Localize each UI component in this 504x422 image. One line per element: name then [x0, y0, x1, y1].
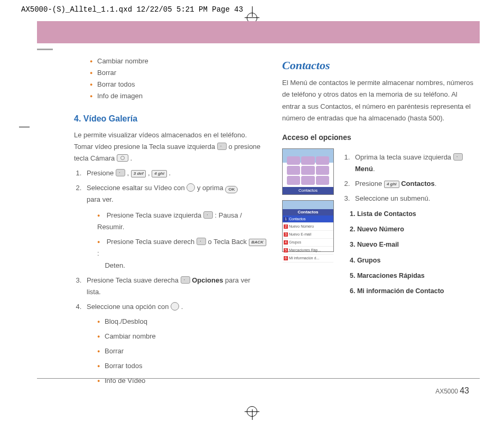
text: Le permite visualizar vídeos almacenados…: [74, 131, 247, 139]
text: Presione: [87, 169, 116, 177]
key-3-icon: 3 def: [131, 170, 146, 177]
left-column: Cambiar nombre Borrar Borrar todos Info …: [74, 55, 266, 390]
text: Menú: [355, 165, 373, 173]
submenu-item: 2. Nuevo Número: [350, 224, 474, 235]
list-item: Info de imagen: [90, 90, 266, 102]
subheading-acceso-opciones: Acceso el opciones: [282, 132, 474, 144]
steps-list: Presione , 3 def , 4 ghi . Seleccione es…: [74, 167, 266, 387]
text: ,: [127, 169, 131, 177]
steps-block: Oprima la tecla suave izquierda Menú. Pr…: [342, 148, 474, 302]
submenu-list: 1. Lista de Contactos 2. Nuevo Número 3.…: [342, 209, 474, 297]
crop-mark: [245, 411, 259, 412]
list-item: Presione Tecla suave derech o Tecla Back…: [94, 236, 266, 271]
text: .: [130, 154, 133, 162]
list-item: Borrar: [90, 67, 266, 79]
screenshot-row: 5Marcaciones Ráp...: [283, 247, 333, 255]
text: ,: [148, 169, 152, 177]
text: Presione Tecla suave derech: [107, 238, 197, 246]
left-softkey-icon: [217, 143, 227, 150]
step-2: Presione 4 ghi Contactos.: [352, 178, 474, 190]
header-bar: [37, 21, 480, 43]
nav-key-icon: [171, 302, 179, 311]
camera-key-icon: [117, 154, 128, 162]
text: tecla Cámara: [74, 154, 117, 162]
section-title-contactos: Contactos: [282, 55, 474, 75]
right-softkey-icon: [181, 276, 190, 284]
crop-mark: [245, 17, 259, 18]
list-item: Presione Tecla suave izquierda : Pausa /…: [94, 210, 266, 233]
softkey-icon: [116, 169, 125, 176]
list-item: Info de Vídeo: [94, 375, 266, 387]
step-1: Oprima la tecla suave izquierda Menú.: [352, 152, 474, 175]
text: y oprima: [197, 184, 225, 192]
steps-list: Oprima la tecla suave izquierda Menú. Pr…: [342, 152, 474, 204]
list-item: Borrar todos: [94, 360, 266, 372]
screenshot-row: 1Contactos: [283, 215, 333, 223]
text: Deten.: [105, 261, 125, 269]
model-label: AX5000: [435, 388, 458, 395]
text: para ver.: [87, 195, 114, 203]
text: Tomar vídeo presione la Tecla suave izqu…: [74, 143, 217, 151]
ok-key-icon: OK: [225, 186, 238, 193]
page-frame: Cambiar nombre Borrar Borrar todos Info …: [32, 21, 485, 401]
footer-rule: [37, 378, 480, 379]
sub-list: Presione Tecla suave izquierda : Pausa /…: [87, 210, 266, 271]
left-softkey-icon: [203, 211, 213, 219]
paragraph: Le permite visualizar vídeos almacenados…: [74, 129, 266, 164]
step-4: Seleccione una opción con . Bloq./Desblo…: [83, 301, 266, 387]
screenshots-column: Contactos Contactos 1Contactos 2Nuevo Nú…: [282, 148, 335, 252]
back-key-icon: BACK: [249, 239, 266, 246]
section-heading-video-galeria: 4. Vídeo Galería: [74, 111, 266, 126]
page-number: 43: [460, 386, 469, 395]
list-item: Cambiar nombre: [90, 55, 266, 67]
submenu-item: 5. Marcaciones Rápidas: [350, 270, 474, 282]
screenshot-row: 4Grupos: [283, 239, 333, 247]
screenshot-banner: Contactos: [283, 209, 333, 215]
step-1: Presione , 3 def , 4 ghi .: [83, 167, 266, 179]
text: Presione Tecla suave derecha: [87, 276, 181, 284]
intro-paragraph: El Menú de contactos le permite almacena…: [282, 77, 474, 124]
text: o presione: [228, 143, 260, 151]
submenu-item: 3. Nuevo E-mail: [350, 239, 474, 250]
content-area: Cambiar nombre Borrar Borrar todos Info …: [32, 50, 485, 390]
list-item: Borrar todos: [90, 79, 266, 90]
submenu-item: 4. Grupos: [350, 255, 474, 266]
crop-mark: [19, 127, 30, 127]
list-item: Cambiar nombre: [94, 331, 266, 342]
text: Seleccione una opción con: [87, 303, 171, 311]
text: Opciones: [192, 276, 223, 284]
right-column: Contactos El Menú de contactos le permit…: [282, 55, 474, 390]
nav-key-icon: [186, 183, 195, 192]
text: Seleccione esaltar su Vídeo con: [87, 184, 186, 192]
list-item: Borrar: [94, 345, 266, 357]
screenshot-row: 3Nuevo E-mail: [283, 231, 333, 239]
step-3: Presione Tecla suave derecha Opciones pa…: [83, 275, 266, 298]
submenu-item: 6. Mi información de Contacto: [350, 286, 474, 297]
text: Contactos: [401, 180, 435, 187]
screenshot-row: 6Mi información d...: [283, 255, 333, 262]
key-4-icon: 4 ghi: [152, 170, 167, 177]
options-list-1: Cambiar nombre Borrar Borrar todos Info …: [74, 55, 266, 102]
submenu-item: 1. Lista de Contactos: [350, 209, 474, 220]
page-footer: AX5000 43: [435, 386, 469, 396]
step-3: Seleccione un submenú.: [352, 193, 474, 204]
options-list-2: Bloq./Desbloq Cambiar nombre Borrar Borr…: [87, 316, 266, 387]
text: o Tecla Back: [208, 238, 249, 246]
text: .: [435, 180, 437, 187]
phone-screenshot-contactos: Contactos 1Contactos 2Nuevo Número 3Nuev…: [282, 200, 334, 252]
list-item: Bloq./Desbloq: [94, 316, 266, 327]
phone-screenshot-menu: Contactos: [282, 148, 334, 195]
screenshot-row: 2Nuevo Número: [283, 223, 333, 231]
step-2: Seleccione esaltar su Vídeo con y oprima…: [83, 182, 266, 271]
text: .: [181, 303, 183, 311]
key-4-icon: 4 ghi: [384, 181, 399, 188]
right-softkey-icon: [197, 238, 206, 245]
screenshot-label: Contactos: [283, 187, 333, 194]
text: Presione Tecla suave izquierda: [107, 211, 203, 219]
text: Oprima la tecla suave izquierda: [355, 153, 453, 161]
text: :: [97, 249, 99, 257]
text: .: [169, 169, 171, 177]
text: .: [373, 165, 375, 173]
text: Presione: [355, 180, 384, 187]
left-softkey-icon: [453, 153, 463, 161]
